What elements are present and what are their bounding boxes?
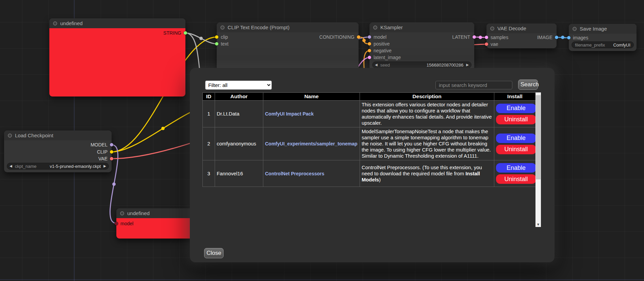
extension-author: Fannovel16 — [215, 160, 263, 187]
input-slot-vae[interactable]: vae — [485, 41, 498, 47]
extension-description: ControlNet Preprocessors. (To use this e… — [360, 160, 494, 187]
enable-button[interactable]: Enable — [496, 104, 536, 113]
node-header[interactable]: CLIP Text Encode (Prompt) — [217, 22, 359, 32]
node-title: Save Image — [580, 26, 607, 32]
extension-name-link[interactable]: ControlNet Preprocessors — [265, 171, 324, 176]
clip-slot-dot-icon[interactable] — [110, 150, 113, 154]
search-input[interactable] — [435, 81, 512, 89]
decrement-arrow-icon[interactable]: ◀ — [375, 63, 378, 67]
next-arrow-icon[interactable]: ▶ — [103, 164, 106, 168]
latent-slot-dot-icon[interactable] — [473, 35, 476, 39]
output-slot-conditioning[interactable]: CONDITIONING — [319, 34, 360, 40]
input-slot-text[interactable]: text — [215, 41, 229, 47]
collapse-dot-icon[interactable] — [373, 25, 377, 30]
node-title: VAE Decode — [497, 25, 526, 31]
output-slot-latent[interactable]: LATENT — [452, 34, 476, 40]
output-slot-image[interactable]: IMAGE — [537, 34, 558, 40]
image-slot-dot-icon[interactable] — [567, 36, 571, 39]
node-header[interactable]: Save Image — [569, 24, 637, 34]
output-slot-clip[interactable]: CLIP — [97, 149, 113, 155]
extension-name-link[interactable]: ComfyUI_experiments/sampler_tonemap — [265, 141, 358, 146]
scrollbar-thumb[interactable] — [536, 95, 541, 179]
uninstall-button[interactable]: Uninstall — [496, 115, 536, 124]
link-midpoint-dot[interactable] — [161, 127, 165, 130]
output-slot-vae[interactable]: VAE — [98, 156, 113, 162]
table-scrollbar[interactable]: ▼ — [535, 92, 541, 227]
link-midpoint-dot[interactable] — [112, 182, 116, 186]
collapse-dot-icon[interactable] — [8, 134, 12, 138]
node-header[interactable]: Load Checkpoint — [4, 130, 112, 140]
search-button[interactable]: Search — [518, 80, 538, 90]
node-ksampler[interactable]: KSampler model positive negative latent_… — [369, 22, 474, 70]
conditioning-slot-dot-icon[interactable] — [368, 42, 371, 46]
link-midpoint-dot[interactable] — [199, 37, 203, 40]
enable-button[interactable]: Enable — [496, 134, 536, 143]
input-slot-negative[interactable]: negative — [368, 48, 392, 54]
input-slot-samples[interactable]: samples — [485, 34, 508, 40]
node-vae-decode[interactable]: VAE Decode samples vae IMAGE — [486, 23, 557, 48]
clip-slot-dot-icon[interactable] — [215, 35, 218, 39]
collapse-dot-icon[interactable] — [490, 27, 494, 31]
collapse-dot-icon[interactable] — [53, 21, 57, 25]
conditioning-slot-dot-icon[interactable] — [368, 49, 371, 52]
node-header[interactable]: KSampler — [369, 22, 474, 32]
increment-arrow-icon[interactable]: ▶ — [466, 63, 469, 67]
error-node-body — [49, 28, 185, 96]
node-load-checkpoint[interactable]: Load Checkpoint MODEL CLIP VAE ◀ ckpt_na… — [4, 130, 112, 172]
node-header[interactable]: undefined — [116, 208, 201, 218]
conditioning-slot-dot-icon[interactable] — [357, 35, 360, 39]
latent-slot-dot-icon[interactable] — [485, 36, 488, 39]
collapse-dot-icon[interactable] — [220, 25, 225, 30]
header-description: Description — [360, 93, 494, 101]
model-slot-dot-icon[interactable] — [115, 222, 118, 225]
extension-name-cell: ComfyUI_experiments/sampler_tonemap — [263, 127, 360, 160]
node-header[interactable]: undefined — [49, 18, 185, 28]
output-slot-model[interactable]: MODEL — [90, 142, 113, 148]
node-undefined-primitive[interactable]: undefined STRING — [49, 18, 185, 96]
model-slot-dot-icon[interactable] — [368, 35, 371, 39]
model-slot-dot-icon[interactable] — [110, 143, 113, 146]
node-graph-canvas[interactable]: undefined STRING CLIP Text Encode (Promp… — [0, 0, 644, 281]
string-slot-dot-icon[interactable] — [184, 31, 187, 35]
enable-button[interactable]: Enable — [496, 163, 536, 173]
filter-select[interactable]: Filter: all — [205, 81, 272, 90]
previous-arrow-icon[interactable]: ◀ — [10, 164, 12, 168]
link-midpoint-dot[interactable] — [479, 36, 482, 39]
link-midpoint-dot[interactable] — [362, 39, 366, 42]
collapse-dot-icon[interactable] — [573, 27, 577, 31]
filename-prefix-widget[interactable]: filename_prefix ComfyUI — [572, 41, 634, 48]
collapse-dot-icon[interactable] — [120, 211, 124, 215]
string-slot-dot-icon[interactable] — [215, 42, 218, 46]
node-save-image[interactable]: Save Image images filename_prefix ComfyU… — [569, 24, 637, 51]
uninstall-button[interactable]: Uninstall — [496, 174, 536, 184]
extension-name-link[interactable]: ComfyUI Impact Pack — [265, 111, 314, 117]
extension-install-cell: EnableUninstall — [494, 101, 536, 127]
slot-label: latent_image — [374, 55, 401, 60]
extensions-table: ID Author Name Description Install 1Dr.L… — [202, 92, 536, 187]
latent-slot-dot-icon[interactable] — [368, 56, 371, 59]
input-slot-positive[interactable]: positive — [368, 41, 390, 47]
extension-install-cell: EnableUninstall — [494, 127, 536, 160]
ckpt-name-widget[interactable]: ◀ ckpt_name v1-5-pruned-emaonly.ckpt ▶ — [7, 163, 109, 170]
vae-slot-dot-icon[interactable] — [110, 157, 113, 160]
link-midpoint-dot[interactable] — [561, 36, 564, 39]
input-slot-model[interactable]: model — [368, 34, 386, 40]
input-slot-model[interactable]: model — [115, 221, 133, 227]
seed-widget[interactable]: ◀ seed 156680208700286 ▶ — [372, 62, 472, 68]
node-undefined-bottom[interactable]: undefined model — [116, 208, 201, 239]
slot-label: VAE — [98, 156, 108, 161]
uninstall-button[interactable]: Uninstall — [496, 145, 536, 154]
output-slot-string[interactable]: STRING — [163, 30, 187, 36]
image-slot-dot-icon[interactable] — [555, 36, 558, 39]
slot-label: positive — [374, 41, 390, 47]
node-header[interactable]: VAE Decode — [486, 23, 557, 33]
input-slot-clip[interactable]: clip — [215, 34, 228, 40]
input-slot-images[interactable]: images — [567, 35, 588, 41]
slot-label: clip — [221, 34, 228, 40]
scroll-down-button[interactable]: ▼ — [535, 222, 541, 227]
input-slot-latent-image[interactable]: latent_image — [368, 54, 401, 60]
widget-label: seed — [380, 63, 390, 68]
close-button[interactable]: Close — [204, 248, 224, 258]
widget-value: ComfyUI — [613, 42, 630, 48]
vae-slot-dot-icon[interactable] — [485, 42, 488, 46]
